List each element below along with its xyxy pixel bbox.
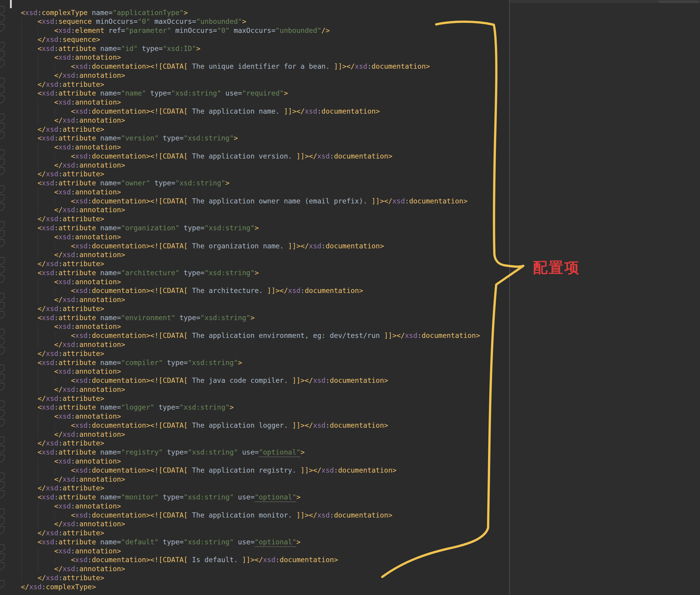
code-line[interactable]: <xsd:annotation> — [21, 233, 121, 242]
code-line[interactable]: </xsd:attribute> — [21, 215, 104, 224]
code-line[interactable]: </xsd:attribute> — [21, 259, 104, 268]
editor-right-panel — [509, 0, 700, 595]
code-line[interactable]: </xsd:attribute> — [21, 170, 104, 179]
code-line[interactable]: </xsd:attribute> — [21, 484, 104, 493]
code-line[interactable]: <xsd:annotation> — [21, 98, 121, 107]
code-line[interactable]: <xsd:annotation> — [21, 457, 121, 466]
code-line[interactable]: <xsd:annotation> — [21, 547, 121, 556]
code-line[interactable]: </xsd:annotation> — [21, 385, 125, 394]
code-line[interactable]: <xsd:complexType name="applicationType"> — [21, 8, 188, 18]
code-line[interactable]: <xsd:documentation><![CDATA[ The applica… — [21, 421, 388, 430]
code-line[interactable]: </xsd:attribute> — [21, 529, 104, 538]
code-line[interactable]: </xsd:attribute> — [21, 125, 104, 134]
code-line[interactable]: </xsd:sequence> — [21, 35, 100, 44]
text-caret — [10, 0, 12, 8]
code-line[interactable]: </xsd:annotation> — [21, 116, 125, 125]
code-line[interactable]: <xsd:annotation> — [21, 278, 121, 287]
code-line[interactable]: </xsd:annotation> — [21, 430, 125, 439]
annotation-label: 配置项 — [533, 258, 580, 277]
code-line[interactable]: </xsd:annotation> — [21, 251, 125, 259]
code-line[interactable]: <xsd:attribute name="organization" type=… — [21, 224, 259, 233]
code-line[interactable]: <xsd:documentation><![CDATA[ The applica… — [21, 511, 393, 520]
code-line[interactable]: </xsd:attribute> — [21, 574, 104, 583]
code-line[interactable]: </xsd:attribute> — [21, 349, 104, 359]
code-line[interactable]: <xsd:attribute name="default" type="xsd:… — [21, 538, 301, 547]
code-line[interactable]: </xsd:annotation> — [21, 565, 125, 574]
code-line[interactable]: </xsd:attribute> — [21, 80, 104, 89]
code-line[interactable]: </xsd:complexType> — [21, 583, 96, 592]
code-line[interactable]: <xsd:attribute name="monitor" type="xsd:… — [21, 493, 301, 502]
code-line[interactable]: <xsd:attribute name="name" type="xsd:str… — [21, 89, 288, 98]
code-line[interactable]: </xsd:annotation> — [21, 71, 125, 80]
code-line[interactable]: <xsd:documentation><![CDATA[ The applica… — [21, 466, 396, 475]
code-line[interactable]: <xsd:annotation> — [21, 53, 121, 62]
code-line[interactable]: <xsd:documentation><![CDATA[ The applica… — [21, 197, 468, 206]
code-line[interactable]: <xsd:attribute name="owner" type="xsd:st… — [21, 179, 229, 188]
code-line[interactable]: <xsd:attribute name="version" type="xsd:… — [21, 134, 238, 143]
scrollbar-thumb[interactable] — [658, 1, 699, 3]
code-line[interactable]: <xsd:annotation> — [21, 367, 121, 376]
code-line[interactable]: </xsd:attribute> — [21, 394, 104, 403]
code-line[interactable]: </xsd:annotation> — [21, 520, 125, 529]
code-line[interactable]: <xsd:documentation><![CDATA[ Is default.… — [21, 556, 338, 565]
code-line[interactable]: <xsd:annotation> — [21, 188, 121, 197]
code-line[interactable]: <xsd:sequence minOccurs="0" maxOccurs="u… — [21, 17, 246, 26]
code-line[interactable]: <xsd:documentation><![CDATA[ The applica… — [21, 152, 393, 161]
code-line[interactable]: <xsd:attribute name="logger" type="xsd:s… — [21, 403, 234, 412]
code-line[interactable]: <xsd:attribute name="environment" type="… — [21, 313, 255, 322]
code-line[interactable]: </xsd:annotation> — [21, 340, 125, 349]
code-line[interactable]: </xsd:attribute> — [21, 305, 104, 313]
code-line[interactable]: </xsd:annotation> — [21, 295, 125, 305]
code-line[interactable]: <xsd:annotation> — [21, 412, 121, 421]
code-line[interactable]: <xsd:documentation><![CDATA[ The organiz… — [21, 242, 384, 251]
ide-screenshot: { "editor": { "background": "#2B2B2B", "… — [0, 0, 700, 595]
code-line[interactable]: <xsd:documentation><![CDATA[ The applica… — [21, 331, 480, 340]
code-line[interactable]: <xsd:attribute name="id" type="xsd:ID"> — [21, 44, 200, 53]
code-line[interactable]: <xsd:documentation><![CDATA[ The archite… — [21, 286, 363, 295]
code-line[interactable]: <xsd:annotation> — [21, 322, 121, 331]
code-editor[interactable]: <xsd:complexType name="applicationType">… — [0, 0, 509, 595]
code-line[interactable]: <xsd:attribute name="registry" type="xsd… — [21, 448, 305, 457]
code-area[interactable]: <xsd:complexType name="applicationType">… — [0, 0, 509, 595]
code-line[interactable]: <xsd:annotation> — [21, 502, 121, 511]
code-line[interactable]: <xsd:annotation> — [21, 143, 121, 152]
code-line[interactable]: </xsd:annotation> — [21, 205, 125, 215]
code-line[interactable]: <xsd:attribute name="compiler" type="xsd… — [21, 359, 242, 367]
code-line[interactable]: </xsd:annotation> — [21, 475, 125, 484]
right-margin-guide-line — [509, 0, 510, 595]
code-line[interactable]: <xsd:documentation><![CDATA[ The java co… — [21, 376, 388, 385]
code-line[interactable]: <xsd:documentation><![CDATA[ The unique … — [21, 62, 430, 71]
code-line[interactable]: </xsd:attribute> — [21, 439, 104, 448]
code-line[interactable]: <xsd:element ref="parameter" minOccurs="… — [21, 26, 330, 35]
code-line[interactable]: </xsd:annotation> — [21, 161, 125, 170]
code-line[interactable]: <xsd:documentation><![CDATA[ The applica… — [21, 107, 380, 116]
code-line[interactable]: <xsd:attribute name="architecture" type=… — [21, 268, 259, 278]
